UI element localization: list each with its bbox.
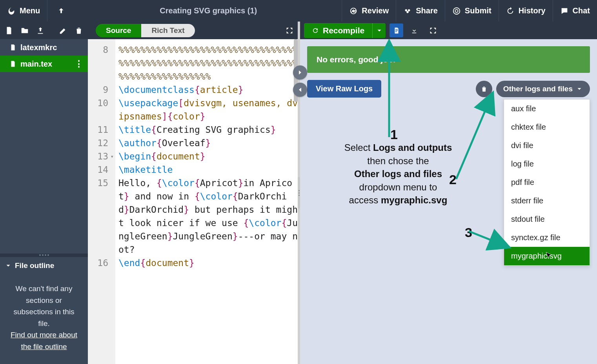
recompile-icon: [312, 27, 319, 34]
dropdown-item-aux-file[interactable]: aux file: [504, 100, 590, 118]
code-content[interactable]: %%%%%%%%%%%%%%%%%%%%%%%%%%%%%%%%%%%%%%%%…: [115, 39, 298, 364]
expand-preview-icon[interactable]: [429, 26, 437, 35]
share-button[interactable]: Share: [396, 0, 445, 22]
rename-icon[interactable]: [59, 26, 67, 35]
up-level-button[interactable]: [47, 0, 75, 22]
svg-point-4: [453, 7, 460, 14]
no-errors-banner: No errors, good job!: [307, 46, 590, 73]
code-line[interactable]: \documentclass{article}: [118, 83, 298, 96]
review-button[interactable]: AB Review: [342, 0, 396, 22]
file-icon: [9, 60, 16, 67]
recompile-button[interactable]: Recompile: [304, 23, 372, 38]
other-logs-dropdown-button[interactable]: Other logs and files: [496, 81, 590, 97]
logs-body: No errors, good job! View Raw Logs Other…: [300, 39, 597, 364]
cursor-pointer-icon: [545, 251, 553, 260]
dropdown-item-chktex-file[interactable]: chktex file: [504, 118, 590, 136]
document-icon: [393, 27, 400, 34]
download-icon: [411, 27, 418, 34]
logs-and-outputs-button[interactable]: [390, 24, 403, 37]
new-file-icon[interactable]: [5, 26, 13, 35]
file-row-latexmkrc[interactable]: latexmkrc: [0, 39, 88, 56]
upload-icon[interactable]: [36, 26, 45, 35]
annotation-callout: Select Logs and outputs then chose the O…: [316, 141, 481, 207]
annot-t5a: access: [349, 195, 381, 205]
file-menu-icon[interactable]: ⋮: [75, 59, 83, 69]
editor-panel: Source Rich Text 8910111213141516 %%%%%%…: [88, 22, 300, 364]
line-number: 8: [88, 43, 108, 83]
history-button[interactable]: History: [499, 0, 553, 22]
line-number: 16: [88, 256, 108, 270]
recompile-options-button[interactable]: [372, 23, 386, 38]
review-label: Review: [362, 6, 389, 15]
code-line[interactable]: %%%%%%%%%%%%%%%%%%%%%%%%%%%%%%%%%%%%%%%%…: [118, 43, 298, 83]
line-number: 15: [88, 176, 108, 256]
history-label: History: [519, 6, 546, 15]
editor-mode-toggle: Source Rich Text: [96, 24, 195, 37]
source-tab[interactable]: Source: [96, 24, 141, 37]
submit-label: Submit: [465, 6, 491, 15]
code-line[interactable]: Hello, {\color{Apricot}in Apricot} and n…: [118, 176, 298, 256]
dropdown-item-stdout-file[interactable]: stdout file: [504, 210, 590, 228]
file-outline-panel: File outline We can't find any sections …: [0, 257, 88, 364]
project-title[interactable]: Creating SVG graphics (1): [75, 6, 342, 15]
outline-empty-text: We can't find any sections or subsection…: [7, 283, 81, 329]
submit-icon: [452, 7, 461, 15]
sync-code-to-pdf-button[interactable]: [293, 65, 307, 80]
code-editor[interactable]: 8910111213141516 %%%%%%%%%%%%%%%%%%%%%%%…: [88, 39, 298, 364]
share-icon: [403, 7, 412, 15]
dropdown-item-stderr-file[interactable]: stderr file: [504, 192, 590, 210]
new-folder-icon[interactable]: [20, 26, 29, 35]
code-line[interactable]: \begin{document}: [118, 150, 298, 163]
submit-button[interactable]: Submit: [445, 0, 499, 22]
other-logs-dropdown: aux filechktex filedvi filelog filepdf f…: [504, 99, 590, 266]
annot-t5b: mygraphic.svg: [381, 195, 447, 205]
preview-collapse-handle[interactable]: [298, 177, 300, 208]
menu-button[interactable]: Menu: [0, 0, 47, 22]
annot-t1a: Select: [344, 142, 373, 153]
code-line[interactable]: \title{Creating SVG graphics}: [118, 123, 298, 136]
svg-point-1: [405, 9, 408, 11]
line-number: 14: [88, 163, 108, 176]
dropdown-item-log-file[interactable]: log file: [504, 155, 590, 173]
dropdown-item-pdf-file[interactable]: pdf file: [504, 173, 590, 192]
recompile-label: Recompile: [323, 26, 364, 35]
annot-number-2: 2: [449, 170, 457, 189]
download-pdf-button[interactable]: [407, 24, 421, 37]
menu-label: Menu: [20, 6, 40, 15]
annot-number-3: 3: [465, 223, 472, 242]
file-outline-header[interactable]: File outline: [0, 257, 88, 274]
expand-editor-icon[interactable]: [285, 26, 294, 35]
other-logs-label: Other logs and files: [503, 85, 573, 93]
dropdown-item-synctex-gz-file[interactable]: synctex.gz file: [504, 228, 590, 247]
line-number: 13: [88, 150, 108, 163]
code-line[interactable]: \author{Overleaf}: [118, 136, 298, 150]
arrow-right-icon: [297, 69, 304, 76]
clear-cache-button[interactable]: [476, 81, 492, 97]
logs-actions-row: View Raw Logs Other logs and files: [307, 80, 590, 98]
history-icon: [506, 7, 515, 15]
view-raw-logs-button[interactable]: View Raw Logs: [307, 80, 381, 98]
rich-text-tab[interactable]: Rich Text: [141, 24, 195, 37]
sync-pdf-to-code-button[interactable]: [293, 83, 307, 97]
annot-t1b: Logs and outputs: [373, 142, 452, 153]
svg-point-3: [407, 11, 409, 13]
code-line[interactable]: \end{document}: [118, 256, 298, 270]
file-icon: [9, 44, 16, 51]
caret-down-icon: [576, 85, 583, 92]
preview-panel: Recompile No errors, good job! View Raw …: [300, 22, 597, 364]
file-row-main-tex[interactable]: main.tex ⋮: [0, 56, 88, 72]
outline-learn-more-link[interactable]: Find out more about the file outline: [11, 331, 77, 350]
editor-toolbar: Source Rich Text: [88, 22, 298, 39]
trash-icon: [481, 85, 488, 92]
review-icon: AB: [349, 7, 358, 15]
top-toolbar: Menu Creating SVG graphics (1) AB Review…: [0, 0, 597, 22]
dropdown-item-dvi-file[interactable]: dvi file: [504, 136, 590, 155]
delete-file-icon[interactable]: [75, 26, 83, 35]
code-line[interactable]: \maketitle: [118, 163, 298, 176]
code-line[interactable]: \usepackage[dvisvgm, usenames, dvipsname…: [118, 96, 298, 123]
chat-button[interactable]: Chat: [553, 0, 597, 22]
annot-number-1: 1: [390, 125, 398, 144]
line-number: 12: [88, 136, 108, 150]
file-outline-splitter[interactable]: [0, 254, 88, 257]
line-number-gutter: 8910111213141516: [88, 39, 115, 364]
